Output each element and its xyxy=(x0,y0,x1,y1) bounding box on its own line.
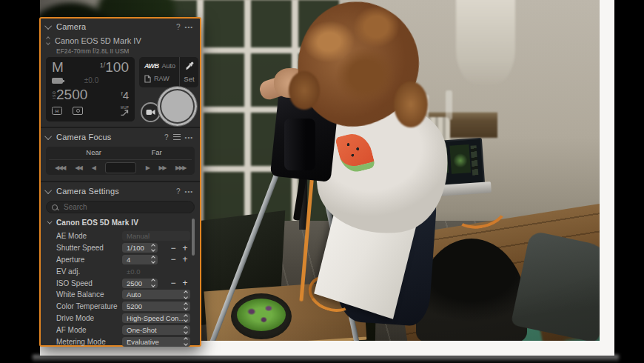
stepper-chevrons-icon xyxy=(152,279,155,287)
capture-shutter-button[interactable] xyxy=(157,86,198,127)
setting-row-iso-speed: ISO Speed 2500 − + xyxy=(41,277,200,289)
focus-far-large-button[interactable]: ▶▶▶ xyxy=(175,164,186,171)
wb-pick-column: Set xyxy=(179,57,198,87)
af-mode-dropdown[interactable]: One-Shot xyxy=(122,325,190,335)
shutter-speed-value: 100 xyxy=(105,59,129,76)
shutter-speed-dropdown[interactable]: 1/100 xyxy=(122,243,158,253)
settings-panel-header: Camera Settings ? ••• xyxy=(41,183,200,199)
setting-row-color-temperature: Color Temperature 5200 xyxy=(41,301,200,313)
help-icon[interactable]: ? xyxy=(176,23,181,31)
iso-label: ISO xyxy=(52,94,56,99)
near-far-labels: Near Far xyxy=(46,148,195,159)
search-input[interactable] xyxy=(62,202,189,212)
iso-speed-dropdown[interactable]: 2500 xyxy=(122,279,158,288)
shutter-speed-increase-button[interactable]: + xyxy=(180,244,190,252)
settings-search-box xyxy=(46,201,195,213)
aperture-decrease-button[interactable]: − xyxy=(168,256,178,263)
card-drop-shadow xyxy=(33,355,619,362)
near-label: Near xyxy=(86,148,101,156)
iso-decrease-button[interactable]: − xyxy=(168,279,178,287)
lcd-row-status-icons: H MUP xyxy=(52,106,129,116)
more-options-icon[interactable]: ••• xyxy=(185,188,193,195)
up-down-selector-icon xyxy=(47,37,50,44)
settings-group-header[interactable]: Canon EOS 5D Mark IV xyxy=(49,219,138,227)
stepper-chevrons-icon xyxy=(184,291,187,299)
focus-far-small-button[interactable]: ▶ xyxy=(146,164,150,171)
drive-mode-dropdown[interactable]: High-Speed Con… xyxy=(122,313,190,323)
settings-panel-title: Camera Settings xyxy=(56,187,119,196)
stepper-chevrons-icon xyxy=(152,256,155,264)
focus-step-input[interactable] xyxy=(105,162,136,173)
mirror-up-indicator: MUP xyxy=(121,106,129,116)
setting-row-af-mode: AF Mode One-Shot xyxy=(41,324,200,336)
aperture-dropdown[interactable]: 4 xyxy=(122,255,158,264)
section-divider xyxy=(41,127,200,128)
aperture-value: 4 xyxy=(123,89,129,101)
setting-row-ev-adj: EV adj. ±0.0 xyxy=(41,265,200,277)
shutter-speed-decrease-button[interactable]: − xyxy=(168,244,178,252)
memory-card-icon: H xyxy=(52,107,62,115)
focus-control-box: Near Far ◀◀◀ ◀◀ ◀ ▶ ▶▶ ▶▶▶ xyxy=(46,147,195,175)
collapse-chevron-icon[interactable] xyxy=(44,187,52,194)
metering-mode-dropdown[interactable]: Evaluative xyxy=(122,337,190,347)
set-white-balance-button[interactable]: Set xyxy=(184,75,194,83)
focus-near-medium-button[interactable]: ◀◀ xyxy=(75,164,81,171)
focus-panel-title: Camera Focus xyxy=(56,133,112,141)
focus-near-small-button[interactable]: ◀ xyxy=(92,164,95,171)
iso-value: 2500 xyxy=(56,87,87,103)
lcd-row-iso: ISO 2500 f 4 xyxy=(52,87,129,103)
camera-device-name: Canon EOS 5D Mark IV xyxy=(55,36,141,45)
hamburger-menu-icon[interactable] xyxy=(173,134,181,140)
stepper-chevrons-icon xyxy=(152,244,155,252)
camera-tool-panel: Camera ? ••• Canon EOS 5D Mark IV EF24-7… xyxy=(39,17,201,347)
camera-panel-title: Camera xyxy=(56,22,86,31)
settings-rows: AE Mode Manual Shutter Speed 1/100 − + A… xyxy=(41,230,200,347)
stepper-chevrons-icon xyxy=(184,338,187,345)
setting-row-metering-mode: Metering Mode Evaluative xyxy=(41,336,200,347)
camera-device-selector[interactable]: Canon EOS 5D Mark IV xyxy=(47,36,141,45)
camcorder-icon xyxy=(146,109,155,116)
aperture-f-label: f xyxy=(121,90,122,97)
section-divider xyxy=(41,181,200,182)
file-format-value: RAW xyxy=(154,75,170,82)
ae-mode-field-disabled: Manual xyxy=(122,231,190,241)
white-balance-dropdown[interactable]: Auto xyxy=(122,290,190,299)
focus-near-large-button[interactable]: ◀◀◀ xyxy=(55,164,65,171)
spot-metering-icon xyxy=(73,107,83,115)
mirror-up-arrow-icon xyxy=(121,110,129,116)
eyedropper-icon[interactable] xyxy=(185,61,194,70)
file-format-row[interactable]: RAW xyxy=(144,75,179,83)
white-balance-row[interactable]: AWB Auto xyxy=(144,62,179,70)
focus-panel-header: Camera Focus ? ••• xyxy=(41,129,200,145)
far-label: Far xyxy=(152,148,162,156)
settings-scrollbar-thumb[interactable] xyxy=(192,219,195,256)
aperture-increase-button[interactable]: + xyxy=(180,256,190,263)
camera-lcd-display: M 1/ 100 ±0.0 ISO 2500 f 4 H MUP xyxy=(46,57,135,121)
stepper-chevrons-icon xyxy=(184,303,187,310)
focus-far-medium-button[interactable]: ▶▶ xyxy=(159,164,166,171)
collapse-chevron-icon[interactable] xyxy=(44,133,52,140)
stepper-chevrons-icon xyxy=(184,327,187,334)
help-icon[interactable]: ? xyxy=(164,133,169,141)
more-options-icon[interactable]: ••• xyxy=(185,134,193,141)
wb-format-column: AWB Auto RAW xyxy=(139,57,179,87)
lcd-row-battery: ±0.0 xyxy=(52,76,129,84)
more-options-icon[interactable]: ••• xyxy=(185,24,193,30)
lcd-row-exposure: M 1/ 100 xyxy=(52,59,129,76)
help-icon[interactable]: ? xyxy=(176,187,181,196)
white-balance-value: Auto xyxy=(162,62,176,70)
exposure-mode-value: M xyxy=(52,59,64,76)
setting-row-aperture: Aperture 4 − + xyxy=(41,254,200,266)
awb-icon: AWB xyxy=(144,62,159,70)
battery-icon xyxy=(52,78,63,84)
collapse-chevron-icon[interactable] xyxy=(44,22,52,30)
setting-row-ae-mode: AE Mode Manual xyxy=(41,230,200,242)
setting-row-white-balance: White Balance Auto xyxy=(41,289,200,301)
iso-increase-button[interactable]: + xyxy=(180,279,190,287)
search-icon xyxy=(52,204,58,210)
raw-file-icon xyxy=(144,75,151,83)
white-balance-box: AWB Auto RAW Set xyxy=(139,57,198,87)
color-temperature-dropdown[interactable]: 5200 xyxy=(122,302,190,311)
camera-panel-header: Camera ? ••• xyxy=(41,19,200,35)
lens-name: EF24-70mm f/2.8L II USM xyxy=(56,47,129,55)
